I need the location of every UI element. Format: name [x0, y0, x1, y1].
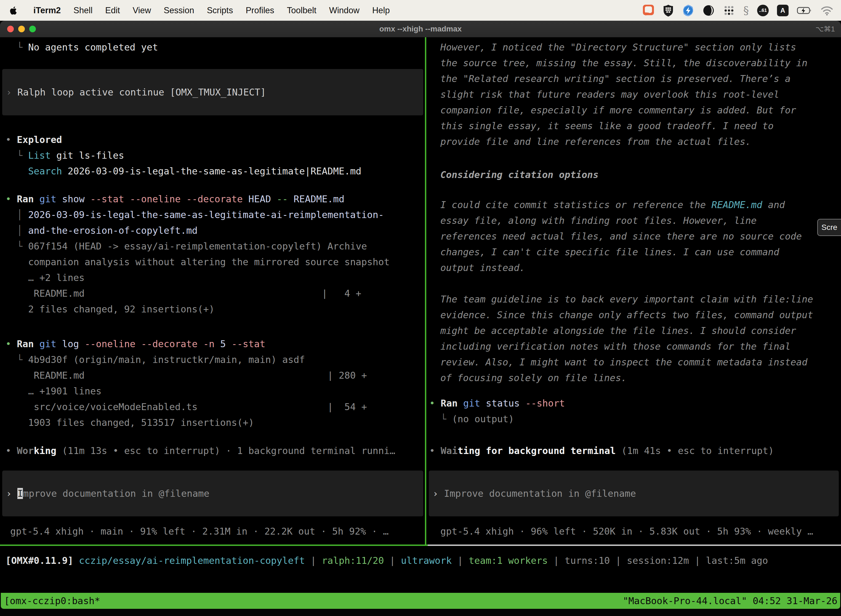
- thinking-heading: Considering citation options: [440, 167, 598, 183]
- minimize-button[interactable]: [18, 26, 25, 32]
- thinking-text: the source tree, missing the essay. Stil…: [440, 55, 807, 71]
- thinking-text: review. Also, I might want to inspect th…: [440, 354, 807, 370]
- terminal: └ No agents completed yet › Ralph loop a…: [0, 37, 841, 593]
- waiting-status-line: • Waiting for background terminal (1m 41…: [429, 443, 774, 459]
- command-output-line: │ and-the-erosion-of-copyleft.md: [6, 223, 198, 238]
- apple-menu-icon[interactable]: [8, 6, 20, 15]
- ran-git-status-command: • Ran git status --short: [429, 396, 565, 411]
- thinking-text: I could cite commit statistics or refere…: [440, 197, 785, 213]
- agents-status-line: └ No agents completed yet: [6, 40, 158, 55]
- assistant-key-icon[interactable]: A: [777, 5, 788, 16]
- counter-badge-icon[interactable]: ..61: [757, 5, 769, 16]
- window-title-bar: omx --xhigh --madmax ⌥⌘1: [0, 21, 841, 37]
- screenshot-app-icon[interactable]: [642, 3, 655, 18]
- right-pane-separator: [428, 544, 841, 546]
- readme-link: README.md: [712, 199, 762, 210]
- thinking-text: changes, I can't cite specific file line…: [440, 244, 779, 260]
- menu-item-session[interactable]: Session: [157, 6, 200, 15]
- menu-item-profiles[interactable]: Profiles: [239, 6, 280, 15]
- ralph-loop-box[interactable]: › Ralph loop active continue [OMX_TMUX_I…: [2, 69, 423, 115]
- thinking-text: companion file, especially if more comme…: [440, 103, 796, 118]
- pane-divider[interactable]: [425, 37, 426, 546]
- command-output-line: README.md | 4 +: [6, 286, 362, 301]
- window-shortcut-badge: ⌥⌘1: [816, 25, 835, 34]
- working-status-line: • Working (11m 13s • esc to interrupt) ·…: [6, 443, 395, 459]
- thinking-text: provide file and line references from th…: [440, 134, 751, 150]
- command-output-line: README.md | 280 +: [6, 368, 367, 383]
- dots-grid-icon[interactable]: [723, 3, 735, 18]
- prompt-input-left[interactable]: › Improve documentation in @filename: [2, 471, 423, 516]
- thinking-text: However, I noticed the "Directory Struct…: [440, 40, 796, 55]
- thinking-text: The team guideline is to back every impo…: [440, 292, 813, 307]
- ran-git-show-command: • Ran git show --stat --oneline --decora…: [6, 191, 344, 207]
- tmux-session-label: [omx-cczip0:bash*: [4, 595, 100, 606]
- thinking-text: the "Related research writing" section i…: [440, 71, 791, 87]
- menu-item-toolbelt[interactable]: Toolbelt: [281, 6, 323, 15]
- command-output-line: └ 4b9d30f (origin/main, instructkr/main,…: [6, 352, 305, 368]
- menu-item-app[interactable]: iTerm2: [27, 6, 67, 15]
- squiggle-icon[interactable]: §: [743, 3, 749, 18]
- session-stats-left: gpt-5.4 xhigh · main · 91% left · 2.31M …: [10, 524, 388, 539]
- thinking-text: of focusing solely on file lines.: [440, 370, 627, 386]
- command-output-line: 1903 files changed, 513517 insertions(+): [6, 415, 254, 431]
- menu-item-view[interactable]: View: [126, 6, 158, 15]
- left-pane-separator: [0, 544, 428, 546]
- thinking-text: this single essay, it seems like a good …: [440, 118, 774, 134]
- command-output-line: 2 files changed, 92 insertions(+): [6, 301, 214, 317]
- close-button[interactable]: [7, 26, 14, 32]
- omx-status-line: [OMX#0.11.9] cczip/essay/ai-reimplementa…: [6, 553, 768, 569]
- wifi-icon[interactable]: [820, 3, 833, 18]
- menu-bar: iTerm2 Shell Edit View Session Scripts P…: [0, 0, 841, 21]
- tmux-status-bar: [omx-cczip0:bash* "MacBook-Pro-44.local"…: [1, 593, 840, 609]
- command-output-line: companion analysis without altering the …: [6, 254, 390, 270]
- battery-icon[interactable]: [797, 3, 812, 18]
- thinking-text: slight risk that future readers may over…: [440, 87, 779, 103]
- thinking-text: essay file, along with finding root file…: [440, 213, 757, 229]
- prompt-input-right[interactable]: › Improve documentation in @filename: [429, 471, 839, 516]
- menu-item-shell[interactable]: Shell: [67, 6, 99, 15]
- menu-item-edit[interactable]: Edit: [99, 6, 126, 15]
- thinking-text: evidence. Since this change only affects…: [440, 307, 813, 323]
- thinking-text: might be acceptable alongside the file l…: [440, 323, 796, 339]
- text-cursor: I: [18, 488, 23, 499]
- ran-git-log-command: • Ran git log --oneline --decorate -n 5 …: [6, 336, 265, 352]
- window-title: omx --xhigh --madmax: [0, 25, 841, 34]
- explored-search-line: Search 2026-03-09-is-legal-the-same-as-l…: [6, 163, 362, 179]
- thinking-text: references need actual files, and since …: [440, 229, 802, 244]
- command-output-line: src/voice/voiceModeEnabled.ts | 54 +: [6, 399, 367, 415]
- tmux-host-clock: "MacBook-Pro-44.local" 04:52 31-Mar-26: [623, 595, 837, 606]
- menu-item-help[interactable]: Help: [366, 6, 396, 15]
- thinking-text: including verification notes with those …: [440, 339, 791, 354]
- menu-item-scripts[interactable]: Scripts: [201, 6, 239, 15]
- zoom-button[interactable]: [29, 26, 36, 32]
- command-output-line: … +2 lines: [6, 270, 85, 286]
- thinking-text: output instead.: [440, 260, 525, 276]
- explored-list-line: └ List git ls-files: [6, 148, 124, 163]
- crescent-circle-icon[interactable]: [702, 3, 715, 18]
- bolt-badge-icon[interactable]: [682, 3, 694, 18]
- shield-grid-icon[interactable]: [663, 3, 674, 18]
- command-output-line: └ (no output): [429, 411, 514, 427]
- command-output-line: └ 067f154 (HEAD -> essay/ai-reimplementa…: [6, 238, 367, 254]
- command-output-line: … +1901 lines: [6, 383, 101, 399]
- screen-capture-popover[interactable]: Scre: [817, 219, 841, 236]
- explored-header: • Explored: [6, 132, 62, 148]
- command-output-line: │ 2026-03-09-is-legal-the-same-as-legiti…: [6, 207, 384, 223]
- menu-item-window[interactable]: Window: [323, 6, 366, 15]
- session-stats-right: gpt-5.4 xhigh · 96% left · 520K in · 5.8…: [440, 524, 813, 539]
